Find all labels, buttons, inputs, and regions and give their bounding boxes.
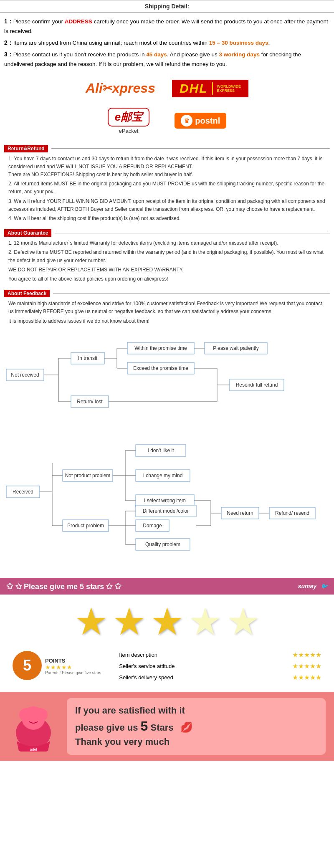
- mascot-character: adel: [8, 701, 58, 752]
- not-received-label: Not received: [11, 372, 39, 378]
- shipping-point3: 3：Please contact us if you don't receive…: [4, 50, 330, 69]
- bottom-text-line4: Thank you very much: [75, 736, 170, 747]
- rating-label-2: Seller's service attitude: [119, 663, 175, 669]
- svg-point-76: [34, 708, 48, 721]
- bottom-text-num: 5: [141, 719, 148, 734]
- epacket-logo: e邮宝 ePacket: [108, 108, 149, 134]
- guarantee-header: About Guarantee: [4, 229, 330, 237]
- guarantee-item-3: WE DO NOT REPAIR OR REPLACE ITEMS WITH A…: [8, 266, 326, 274]
- rating-row-2: Seller's service attitude ★★★★★: [119, 662, 321, 670]
- svg-text:Return/ lost: Return/ lost: [77, 399, 103, 405]
- svg-text:Refund/ resend: Refund/ resend: [275, 510, 309, 516]
- stars-banner-text: ✩ ✩ Please give me 5 stars ✩ ✩: [6, 581, 121, 591]
- brand-label: sumay 🐦: [298, 583, 328, 590]
- bottom-text: If you are satisfied with it please give…: [75, 704, 317, 749]
- stars-big-row: ★ ★ ★ ★ ★: [0, 595, 334, 645]
- svg-text:Not product problem: Not product problem: [65, 473, 111, 478]
- aliexpress-logo: Ali ✂ xpress: [86, 81, 155, 96]
- rating-stars-3: ★★★★★: [292, 673, 321, 681]
- received-svg: Received Not product problem Product pro…: [4, 438, 330, 559]
- svg-text:In transit: In transit: [78, 355, 98, 361]
- rating-label-3: Seller's delivery speed: [119, 674, 173, 681]
- logos-row-2: e邮宝 ePacket ♛ postnl: [0, 104, 334, 138]
- five-points-left: 5 POINTS ★★★★★ Parents! Please give five…: [13, 651, 102, 680]
- svg-text:adel: adel: [30, 747, 37, 752]
- svg-text:Product problem: Product problem: [67, 523, 104, 529]
- rr-item-5: 4. We will bear all the shipping cost if…: [8, 215, 326, 223]
- shipping-header: Shipping Detail:: [0, 0, 334, 13]
- guarantee-item-4: You agree to all of the above-listed pol…: [8, 275, 326, 283]
- five-circle: 5: [13, 651, 42, 680]
- shipping-point2: 2：Items are shipped from China using air…: [4, 38, 330, 48]
- rating-label-1: Item description: [119, 652, 157, 658]
- return-refund-header: Return&Refund: [4, 145, 330, 152]
- star-2: ★: [112, 603, 146, 640]
- rr-item-3: 2. All returned items MUST BE in the ori…: [8, 180, 326, 196]
- svg-text:I change my mind: I change my mind: [143, 473, 183, 478]
- shipping-content: 1：Please confirm your ADDRESS carefully …: [0, 17, 334, 73]
- mascot-svg: adel: [8, 701, 58, 752]
- rating-stars-2: ★★★★★: [292, 662, 321, 670]
- dhl-logo: DHL WORLDWIDEEXPRESS: [172, 80, 248, 97]
- rating-row-1: Item description ★★★★★: [119, 651, 321, 659]
- feedback-text2: It is impossible to address issues if we…: [8, 317, 326, 325]
- flowchart-received: Received Not product problem Product pro…: [0, 438, 334, 572]
- bottom-text-line3: Stars: [150, 722, 173, 733]
- bottom-pink-section: adel If you are satisfied with it please…: [0, 692, 334, 761]
- svg-text:I select wrong item: I select wrong item: [144, 498, 186, 504]
- feedback-header: About Feedback: [4, 290, 330, 297]
- svg-text:Please wait patiently: Please wait patiently: [213, 345, 258, 351]
- rr-item-2: There are NO EXCEPTIONS! Shipping cost i…: [8, 171, 326, 179]
- five-points-section: 5 POINTS ★★★★★ Parents! Please give five…: [0, 645, 334, 688]
- svg-text:Received: Received: [13, 489, 33, 495]
- svg-text:Different model/color: Different model/color: [143, 508, 189, 514]
- guarantee-item-1: 1. 12 months Manufacturer`s limited Warr…: [8, 239, 326, 247]
- svg-point-75: [19, 708, 33, 721]
- feedback-content: We maintain high standards of excellence…: [4, 300, 330, 325]
- bottom-text-line2: please give us: [75, 722, 138, 733]
- star-3: ★: [150, 603, 184, 640]
- star-1: ★: [74, 603, 108, 640]
- not-received-svg: Not received In transit Return/ lost Wit…: [4, 338, 330, 421]
- svg-text:Need return: Need return: [227, 510, 253, 516]
- flowchart-not-received: Not received In transit Return/ lost Wit…: [0, 325, 334, 434]
- rating-stars-1: ★★★★★: [292, 651, 321, 659]
- star-5: ★: [226, 603, 260, 640]
- feedback-text: We maintain high standards of excellence…: [8, 300, 326, 316]
- pink-text-box: If you are satisfied with it please give…: [67, 698, 326, 755]
- rr-item-4: 3. We will refund YOUR FULL WINNING BID …: [8, 197, 326, 213]
- lips-icon: 💋: [180, 721, 193, 733]
- return-refund-content: 1. You have 7 days to contact us and 30 …: [4, 155, 330, 223]
- postnl-logo: ♛ postnl: [175, 113, 226, 129]
- ratings-table: Item description ★★★★★ Seller's service …: [119, 651, 321, 681]
- svg-text:Exceed the promise time: Exceed the promise time: [133, 365, 188, 371]
- rr-item-1: 1. You have 7 days to contact us and 30 …: [8, 155, 326, 171]
- star-4: ★: [188, 603, 222, 640]
- svg-text:Resend/ full refund: Resend/ full refund: [236, 382, 278, 388]
- guarantee-item-2: 2. Defective items MUST BE reported and …: [8, 248, 326, 264]
- logos-row-1: Ali ✂ xpress DHL WORLDWIDEEXPRESS: [0, 73, 334, 104]
- svg-text:Quality problem: Quality problem: [145, 542, 180, 547]
- svg-text:Within the promise time: Within the promise time: [134, 345, 187, 351]
- stars-banner: ✩ ✩ Please give me 5 stars ✩ ✩ sumay 🐦: [0, 578, 334, 595]
- rating-row-3: Seller's delivery speed ★★★★★: [119, 673, 321, 681]
- svg-text:Damage: Damage: [143, 523, 162, 529]
- bottom-text-line1: If you are satisfied with it: [75, 705, 185, 716]
- guarantee-content: 1. 12 months Manufacturer`s limited Warr…: [4, 239, 330, 283]
- shipping-point1: 1：Please confirm your ADDRESS carefully …: [4, 17, 330, 36]
- svg-text:I don't like it: I don't like it: [148, 448, 175, 453]
